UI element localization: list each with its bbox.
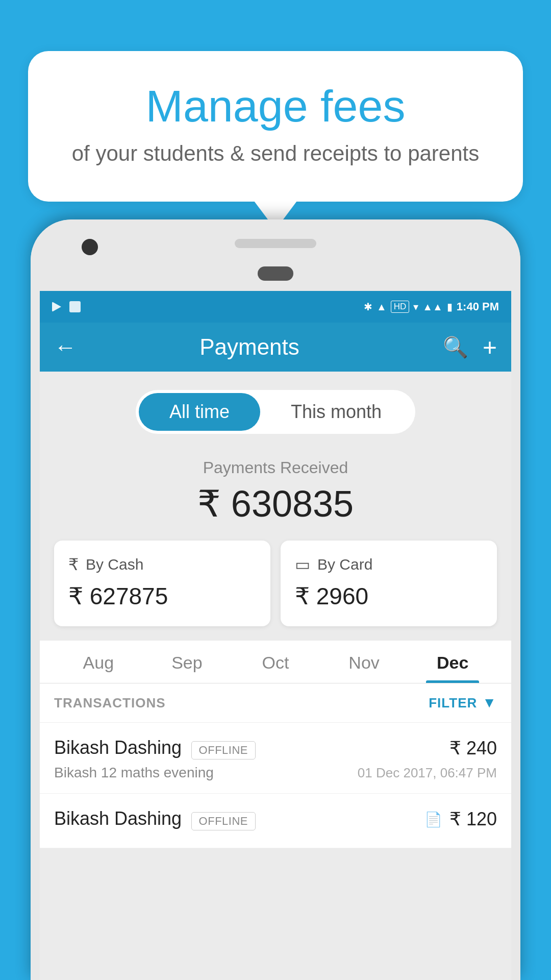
hd-badge: HD <box>391 301 410 313</box>
cash-card: ₹ By Cash ₹ 627875 <box>54 541 270 626</box>
camera <box>82 239 98 255</box>
toggle-container: All time This month <box>40 372 511 448</box>
month-tabs: Aug Sep Oct Nov Dec <box>40 641 511 683</box>
tab-oct[interactable]: Oct <box>231 641 320 683</box>
transaction-name-2: Bikash Dashing <box>54 808 182 829</box>
transaction-name-area-2: Bikash Dashing OFFLINE <box>54 808 256 830</box>
cash-label: By Cash <box>86 556 143 573</box>
back-button[interactable]: ← <box>54 334 77 360</box>
offline-badge: OFFLINE <box>191 741 256 760</box>
tab-aug[interactable]: Aug <box>54 641 143 683</box>
bubble-title: Manage fees <box>59 82 492 131</box>
play-icon <box>52 302 64 312</box>
signal-strength-icon: ▲▲ <box>422 301 443 313</box>
card-card-header: ▭ By Card <box>295 555 483 574</box>
cash-card-header: ₹ By Cash <box>68 555 256 574</box>
status-left <box>52 301 81 312</box>
transaction-amount-2: ₹ 120 <box>449 808 497 830</box>
filter-icon: ▼ <box>482 695 497 711</box>
toggle-pill: All time This month <box>136 390 415 434</box>
phone-mockup: ✱ ▲ HD ▾ ▲▲ ▮ 1:40 PM ← Payments 🔍 + <box>31 219 520 980</box>
tab-sep[interactable]: Sep <box>143 641 232 683</box>
screen-content: ✱ ▲ HD ▾ ▲▲ ▮ 1:40 PM ← Payments 🔍 + <box>40 291 511 980</box>
offline-badge-2: OFFLINE <box>191 812 256 830</box>
payment-cards: ₹ By Cash ₹ 627875 ▭ By Card ₹ 2960 <box>40 541 511 641</box>
tab-dec[interactable]: Dec <box>408 641 497 683</box>
card-label: By Card <box>317 556 372 573</box>
toolbar-actions: 🔍 + <box>443 333 497 361</box>
cash-icon: ₹ <box>68 555 79 574</box>
doc-icon: 📄 <box>424 811 442 828</box>
transaction-desc: Bikash 12 maths evening <box>54 765 214 781</box>
transactions-label: TRANSACTIONS <box>54 695 166 711</box>
cash-amount: ₹ 627875 <box>68 582 256 610</box>
this-month-button[interactable]: This month <box>260 393 412 431</box>
speaker <box>235 239 316 248</box>
status-bar: ✱ ▲ HD ▾ ▲▲ ▮ 1:40 PM <box>40 291 511 323</box>
payments-label: Payments Received <box>40 458 511 477</box>
all-time-button[interactable]: All time <box>139 393 260 431</box>
battery-icon: ▮ <box>447 301 453 313</box>
payments-amount: ₹ 630835 <box>40 482 511 525</box>
transaction-name-area: Bikash Dashing OFFLINE <box>54 737 256 760</box>
toolbar-title: Payments <box>87 334 412 360</box>
phone-hardware <box>31 219 520 291</box>
transaction-top: Bikash Dashing OFFLINE ₹ 240 <box>54 737 497 760</box>
settings-icon <box>69 301 81 312</box>
bluetooth-icon: ✱ <box>364 301 372 313</box>
card-card: ▭ By Card ₹ 2960 <box>281 541 497 626</box>
wifi-icon: ▾ <box>413 301 418 313</box>
card-amount: ₹ 2960 <box>295 582 483 610</box>
bubble-subtitle: of your students & send receipts to pare… <box>59 141 492 166</box>
transaction-date: 01 Dec 2017, 06:47 PM <box>358 765 497 781</box>
app-toolbar: ← Payments 🔍 + <box>40 323 511 372</box>
transactions-header: TRANSACTIONS FILTER ▼ <box>40 683 511 723</box>
filter-button[interactable]: FILTER ▼ <box>429 695 497 711</box>
transaction-top-2: Bikash Dashing OFFLINE 📄 ₹ 120 <box>54 808 497 830</box>
payments-section: Payments Received ₹ 630835 <box>40 448 511 541</box>
search-button[interactable]: 🔍 <box>443 335 468 359</box>
speech-bubble: Manage fees of your students & send rece… <box>28 51 523 202</box>
home-sensor <box>258 266 293 281</box>
time-display: 1:40 PM <box>457 300 499 313</box>
card-icon: ▭ <box>295 555 310 574</box>
add-button[interactable]: + <box>483 333 497 361</box>
transaction-amount: ₹ 240 <box>449 738 497 759</box>
transaction-name: Bikash Dashing <box>54 737 182 758</box>
filter-label: FILTER <box>429 695 477 711</box>
transaction-row-2: Bikash Dashing OFFLINE 📄 ₹ 120 <box>40 794 511 848</box>
status-right: ✱ ▲ HD ▾ ▲▲ ▮ 1:40 PM <box>364 300 499 313</box>
tab-nov[interactable]: Nov <box>320 641 409 683</box>
app-content: All time This month Payments Received ₹ … <box>40 372 511 848</box>
transaction-bottom: Bikash 12 maths evening 01 Dec 2017, 06:… <box>54 765 497 781</box>
transaction-row: Bikash Dashing OFFLINE ₹ 240 Bikash 12 m… <box>40 723 511 794</box>
signal-icon: ▲ <box>377 301 387 313</box>
